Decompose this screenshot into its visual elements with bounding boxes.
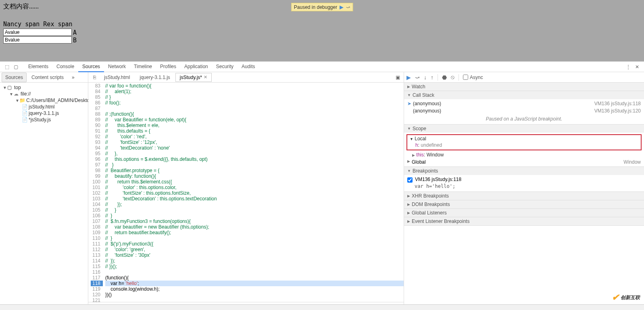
callstack-section: ▼Call Stack ➤(anonymous)VM136 jsStudy.js… xyxy=(404,91,644,125)
this-var[interactable]: ▶ this: Window xyxy=(404,151,644,158)
span-text: Nancy span Rex span xyxy=(3,21,641,28)
tab-sources[interactable]: Sources xyxy=(78,62,104,72)
step-into-button[interactable]: ↓ xyxy=(424,74,427,81)
devtools: ⬚ ▢ Elements Console Sources Network Tim… xyxy=(0,61,644,310)
code-editor[interactable]: 83 84 85 86 87 88 89 90 91 92 93 94 95 9… xyxy=(88,83,404,302)
devtools-tabs: Elements Console Sources Network Timelin… xyxy=(24,62,259,72)
kebab-icon[interactable]: ⋮ xyxy=(624,62,633,71)
local-scope-highlight: ▼ Local h: undefined xyxy=(406,134,642,150)
resume-icon[interactable]: ▶ xyxy=(340,4,344,10)
tree-folder[interactable]: ▼📁C:/Users/IBM_ADMIN/Desktop/ xyxy=(0,97,88,104)
step-out-button[interactable]: ↑ xyxy=(431,74,434,81)
tree-file-origin[interactable]: ▼☁file:// xyxy=(0,91,88,97)
bp-code: var h='hello'; xyxy=(404,183,644,191)
filetab-1[interactable]: jquery-3.1.1.js xyxy=(135,73,174,82)
navigator-panel: Sources Content scripts » ▼▢top ▼☁file:/… xyxy=(0,72,88,310)
banner-text: Paused in debugger xyxy=(294,4,337,10)
deactivate-bp-button[interactable]: ⬣ xyxy=(442,74,447,81)
filetab-2[interactable]: jsStudy.js*✕ xyxy=(175,73,212,82)
show-debugger-icon[interactable]: ▣ xyxy=(393,75,402,80)
step-over-icon[interactable]: ⤻ xyxy=(346,4,350,10)
inspect-icon[interactable]: ⬚ xyxy=(2,62,11,71)
bottom-scrollbar[interactable] xyxy=(0,304,644,310)
scope-section: ▼Scope ▼ Local h: undefined ▶ this: Wind… xyxy=(404,125,644,167)
navtab-sources[interactable]: Sources xyxy=(2,73,27,82)
stack-frame-0[interactable]: ➤(anonymous)VM136 jsStudy.js:118 xyxy=(404,100,644,107)
local-var-h[interactable]: h: undefined xyxy=(407,141,641,149)
show-nav-icon[interactable]: ⎘ xyxy=(90,75,99,80)
navtab-more[interactable]: » xyxy=(69,73,78,82)
dom-bp-section: ▶DOM Breakpoints xyxy=(404,200,644,209)
tab-security[interactable]: Security xyxy=(212,62,238,72)
pause-message: Paused on a JavaScript breakpoint. xyxy=(404,114,644,123)
devtools-toolbar: ⬚ ▢ Elements Console Sources Network Tim… xyxy=(0,62,644,72)
step-over-button[interactable]: ⤻ xyxy=(415,74,420,81)
watermark-logo: ✔创新互联 xyxy=(612,292,640,303)
stack-frame-1[interactable]: (anonymous)VM136 jsStudy.js:120 xyxy=(404,107,644,114)
tab-application[interactable]: Application xyxy=(180,62,212,72)
event-listener-bp-section: ▶Event Listener Breakpoints xyxy=(404,217,644,226)
global-scope[interactable]: ▶GlobalWindow xyxy=(404,158,644,166)
filetab-0[interactable]: jsStudy.html xyxy=(100,73,134,82)
debugger-banner: Paused in debugger ▶ ⤻ xyxy=(291,3,353,11)
tab-audits[interactable]: Audits xyxy=(238,62,259,72)
tab-network[interactable]: Network xyxy=(104,62,130,72)
close-icon[interactable]: ✕ xyxy=(204,75,207,80)
label-b: B xyxy=(73,37,77,44)
tree-top[interactable]: ▼▢top xyxy=(0,84,88,91)
file-tree: ▼▢top ▼☁file:// ▼📁C:/Users/IBM_ADMIN/Des… xyxy=(0,83,88,125)
label-a: A xyxy=(73,29,77,36)
tab-console[interactable]: Console xyxy=(52,62,78,72)
async-checkbox[interactable]: Async xyxy=(463,75,483,80)
bp-checkbox[interactable] xyxy=(407,177,413,183)
page-content: 文档内容...... Nancy span Rex span A B Pause… xyxy=(0,0,644,61)
tab-timeline[interactable]: Timeline xyxy=(130,62,156,72)
editor-panel: ⎘ jsStudy.html jquery-3.1.1.js jsStudy.j… xyxy=(88,72,404,310)
tab-profiles[interactable]: Profiles xyxy=(156,62,180,72)
resume-button[interactable]: ▶ xyxy=(406,74,411,81)
tree-file-2[interactable]: 📄*jsStudy.js xyxy=(0,117,88,123)
tree-file-1[interactable]: 📄jquery-3.1.1.js xyxy=(0,110,88,117)
device-icon[interactable]: ▢ xyxy=(11,62,20,71)
tab-elements[interactable]: Elements xyxy=(24,62,52,72)
breakpoint-0[interactable]: VM136 jsStudy.js:118 xyxy=(404,176,644,183)
breakpoints-section: ▼Breakpoints VM136 jsStudy.js:118 var h=… xyxy=(404,167,644,192)
close-devtools-icon[interactable]: ✕ xyxy=(633,62,642,71)
debugger-panel: ▶ ⤻ ↓ ↑ ⬣ ⦸ Async ▶Watch ▼Call Stack ➤(a… xyxy=(404,72,644,310)
global-listeners-section: ▶Global Listeners xyxy=(404,209,644,217)
watch-section: ▶Watch xyxy=(404,83,644,91)
navtab-content[interactable]: Content scripts xyxy=(28,73,67,82)
input-b[interactable] xyxy=(3,36,72,44)
tree-file-0[interactable]: 📄jsStudy.html xyxy=(0,104,88,110)
pause-exceptions-button[interactable]: ⦸ xyxy=(451,74,454,81)
xhr-bp-section: ▶XHR Breakpoints xyxy=(404,192,644,200)
input-a[interactable] xyxy=(3,29,72,36)
